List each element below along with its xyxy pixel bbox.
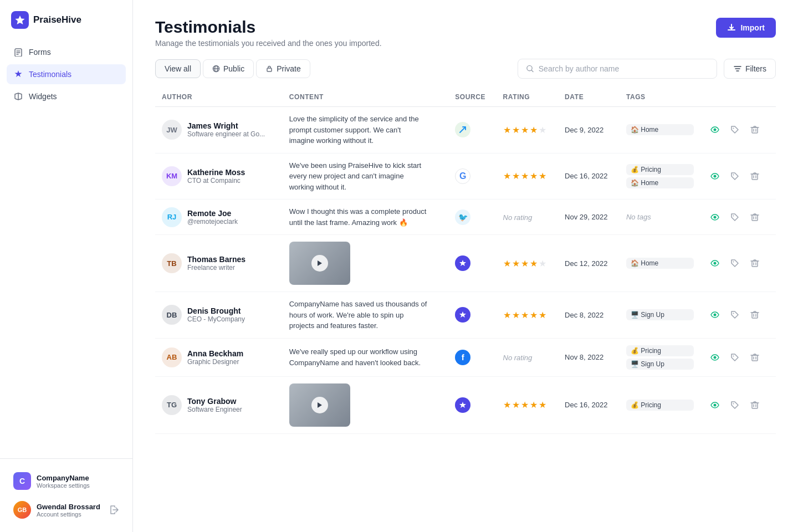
tag-badge: 🏠 Home: [626, 258, 694, 269]
author-cell-2: RJ Remote Joe @remotejoeclark: [155, 200, 283, 235]
logo[interactable]: PraiseHive: [0, 0, 132, 42]
source-cell-0: [448, 107, 496, 154]
no-rating: No rating: [503, 354, 533, 362]
svg-marker-5: [15, 70, 22, 77]
user-info: Gwendal Brossard Account settings: [37, 503, 104, 518]
col-date: Date: [558, 88, 620, 107]
svg-rect-45: [752, 313, 758, 318]
workspace-sub: Workspace settings: [37, 482, 119, 489]
workspace-avatar: C: [13, 472, 31, 490]
tag-button-3[interactable]: [727, 255, 743, 271]
author-avatar: JW: [162, 120, 182, 140]
forms-icon: [13, 47, 23, 57]
content-cell-3: [283, 235, 449, 292]
tags-cell-3: 🏠 Home: [620, 235, 701, 292]
sidebar-widgets-label: Widgets: [29, 92, 57, 101]
rating-cell-4: ★★★★★: [497, 292, 559, 339]
table-row: TG Tony Grabow Software Engineer ★★★★★ D…: [155, 376, 776, 433]
rating-cell-0: ★★★★★: [497, 107, 559, 154]
col-rating: Rating: [497, 88, 559, 107]
toolbar: View all Public Private: [133, 59, 798, 88]
tab-all[interactable]: View all: [155, 59, 201, 78]
view-button-5[interactable]: [707, 350, 723, 365]
play-button[interactable]: [311, 397, 328, 413]
svg-marker-56: [459, 402, 466, 408]
import-button[interactable]: Import: [716, 18, 776, 38]
tag-button-5[interactable]: [727, 350, 743, 365]
delete-button-6[interactable]: [747, 397, 763, 413]
rating-cell-3: ★★★★★: [497, 235, 559, 292]
tags-cell-2: No tags: [620, 200, 701, 235]
tag-button-6[interactable]: [727, 397, 743, 413]
workspace-item[interactable]: C CompanyName Workspace settings: [7, 468, 126, 494]
tab-private[interactable]: Private: [256, 59, 310, 78]
content-cell-1: We've been using PraiseHive to kick star…: [283, 153, 449, 200]
svg-marker-42: [459, 311, 466, 318]
table-row: KM Katherine Moss CTO at Compainc We've …: [155, 153, 776, 200]
tag-button-2[interactable]: [727, 209, 743, 225]
delete-button-1[interactable]: [747, 168, 763, 184]
delete-button-0[interactable]: [747, 122, 763, 137]
play-button[interactable]: [311, 255, 328, 272]
search-input[interactable]: [539, 64, 709, 73]
actions-cell-3: [700, 235, 776, 292]
no-rating: No rating: [503, 213, 533, 222]
tag-button-1[interactable]: [727, 168, 743, 184]
tag-badge: 🏠 Home: [626, 124, 694, 135]
author-avatar: KM: [162, 166, 182, 186]
svg-point-36: [714, 262, 717, 265]
sidebar-bottom: C CompanyName Workspace settings GB Gwen…: [0, 458, 132, 532]
source-cell-4: [448, 292, 496, 339]
tag-badge: 🏠 Home: [626, 177, 694, 188]
author-name: Denis Brought: [187, 306, 245, 315]
author-avatar: AB: [162, 347, 182, 367]
source-cell-3: [448, 235, 496, 292]
svg-point-28: [714, 216, 717, 218]
private-icon: [265, 65, 273, 73]
rating-cell-1: ★★★★★: [497, 153, 559, 200]
view-button-6[interactable]: [707, 397, 723, 413]
tag-button-0[interactable]: [727, 122, 743, 137]
view-button-1[interactable]: [707, 168, 723, 184]
filter-tabs: View all Public Private: [155, 59, 310, 78]
actions-cell-6: [700, 376, 776, 433]
filters-button[interactable]: Filters: [724, 59, 776, 79]
search-icon: [526, 64, 534, 73]
video-thumbnail[interactable]: [289, 383, 350, 427]
svg-line-12: [531, 70, 533, 72]
video-thumbnail[interactable]: [289, 242, 350, 285]
sidebar-item-widgets[interactable]: Widgets: [7, 86, 126, 106]
view-button-4[interactable]: [707, 307, 723, 323]
author-name: Anna Beckham: [187, 349, 243, 358]
testimonials-icon: [13, 69, 23, 79]
source-cell-1: G: [448, 153, 496, 200]
tab-public[interactable]: Public: [203, 59, 254, 78]
tag-badge: 🖥️ Sign Up: [626, 309, 694, 320]
delete-button-2[interactable]: [747, 209, 763, 225]
author-cell-6: TG Tony Grabow Software Engineer: [155, 376, 283, 433]
source-praishive-icon: [455, 397, 470, 413]
sidebar-forms-label: Forms: [29, 48, 51, 57]
sidebar-item-testimonials[interactable]: Testimonials: [7, 64, 126, 84]
author-role: CTO at Compainc: [187, 177, 245, 185]
star-rating: ★★★★★: [503, 258, 552, 269]
star-rating: ★★★★★: [503, 400, 552, 410]
svg-point-44: [733, 313, 734, 314]
author-cell-0: JW James Wright Software engineer at Go.…: [155, 107, 283, 154]
view-button-0[interactable]: [707, 122, 723, 137]
user-sub: Account settings: [37, 511, 104, 518]
view-button-2[interactable]: [707, 209, 723, 225]
user-account-item[interactable]: GB Gwendal Brossard Account settings: [7, 497, 126, 523]
sidebar-item-forms[interactable]: Forms: [7, 42, 126, 62]
view-button-3[interactable]: [707, 255, 723, 271]
rating-cell-2: No rating: [497, 200, 559, 235]
content-cell-6: [283, 376, 449, 433]
delete-button-3[interactable]: [747, 255, 763, 271]
actions-cell-5: [700, 338, 776, 376]
import-icon: [727, 23, 736, 32]
tag-button-4[interactable]: [727, 307, 743, 323]
author-role: Software Engineer: [187, 406, 242, 413]
delete-button-5[interactable]: [747, 350, 763, 365]
page-header: Testimonials Manage the testimonials you…: [133, 0, 798, 59]
delete-button-4[interactable]: [747, 307, 763, 323]
